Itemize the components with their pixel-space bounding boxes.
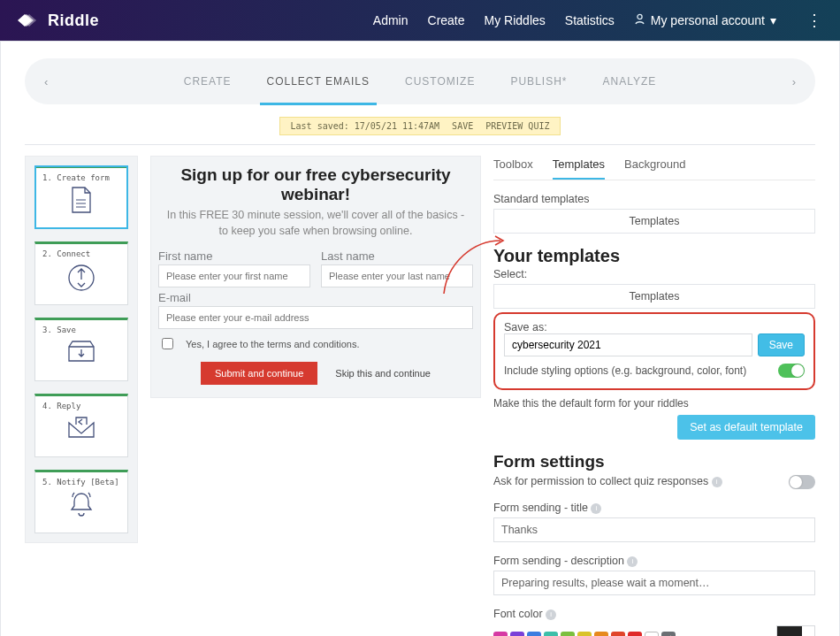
step-reply[interactable]: 4. Reply <box>34 394 128 457</box>
color-swatch[interactable] <box>594 632 608 636</box>
select-label: Select: <box>493 268 815 280</box>
skip-link[interactable]: Skip this and continue <box>335 368 431 379</box>
color-swatch[interactable] <box>577 632 592 636</box>
your-templates-title: Your templates <box>493 246 815 266</box>
include-styling-toggle[interactable] <box>778 364 805 378</box>
color-chip <box>777 626 802 636</box>
last-name-input[interactable] <box>321 264 473 287</box>
tab-publish[interactable]: PUBLISH* <box>508 70 569 93</box>
save-as-label: Save as: <box>504 321 805 333</box>
info-icon[interactable]: i <box>627 556 638 567</box>
bell-icon <box>67 490 95 518</box>
last-name-label: Last name <box>321 249 473 263</box>
saved-box: Last saved: 17/05/21 11:47AM SAVE PREVIE… <box>279 117 561 135</box>
step-list: 1. Create form 2. Connect 3. Save 4. Rep… <box>25 156 138 543</box>
chevron-down-icon: ▾ <box>770 13 776 27</box>
info-icon[interactable]: i <box>546 609 556 620</box>
nav-admin[interactable]: Admin <box>373 13 409 27</box>
color-swatch[interactable] <box>493 632 508 636</box>
svg-point-3 <box>638 14 642 19</box>
email-label: E-mail <box>158 291 473 304</box>
topnav: Admin Create My Riddles Statistics My pe… <box>373 11 822 30</box>
tab-collect-emails[interactable]: COLLECT EMAILS <box>265 70 371 93</box>
your-templates-select[interactable]: Templates <box>493 284 815 309</box>
builder-body: 1. Create form 2. Connect 3. Save 4. Rep… <box>25 156 815 636</box>
font-color-picker[interactable]: ▾ <box>776 625 815 636</box>
brand: Riddle <box>18 11 99 30</box>
user-icon <box>634 13 645 27</box>
submit-button[interactable]: Submit and continue <box>201 362 317 385</box>
rtab-toolbox[interactable]: Toolbox <box>493 156 533 180</box>
ask-permission-toggle[interactable] <box>789 475 815 489</box>
tab-analyze[interactable]: ANALYZE <box>600 70 658 93</box>
logo-icon <box>18 12 41 28</box>
set-default-template-button[interactable]: Set as default template <box>677 415 815 440</box>
step-notify[interactable]: 5. Notify [Beta] <box>34 470 128 533</box>
preview-title: Sign up for our free cybersecurity webin… <box>158 165 473 204</box>
divider <box>25 144 815 145</box>
color-swatch[interactable] <box>510 632 524 636</box>
nav-create[interactable]: Create <box>428 13 465 27</box>
mail-reply-icon <box>65 414 97 441</box>
topbar: Riddle Admin Create My Riddles Statistic… <box>0 0 840 41</box>
color-swatch-none[interactable] <box>645 632 659 636</box>
sidebar-tabs: Toolbox Templates Background <box>493 156 815 180</box>
color-swatch[interactable] <box>527 632 541 636</box>
sending-title-label: Form sending - title <box>493 502 588 514</box>
color-swatch[interactable] <box>611 632 625 636</box>
chevron-down-icon[interactable]: ▾ <box>802 626 814 636</box>
default-note: Make this the default form for your ridd… <box>493 397 815 410</box>
ask-permission-label: Ask for permission to collect quiz respo… <box>493 475 708 487</box>
builder-tabs: CREATE COLLECT EMAILS CUSTOMIZE PUBLISH*… <box>48 70 791 93</box>
page: ‹ CREATE COLLECT EMAILS CUSTOMIZE PUBLIS… <box>0 41 840 636</box>
nav-my-riddles[interactable]: My Riddles <box>485 13 546 27</box>
saved-row: Last saved: 17/05/21 11:47AM SAVE PREVIE… <box>25 117 815 135</box>
step-save[interactable]: 3. Save <box>34 318 128 381</box>
preview-quiz-link[interactable]: PREVIEW QUIZ <box>485 121 549 131</box>
save-link[interactable]: SAVE <box>452 121 473 131</box>
color-swatch[interactable] <box>628 632 642 636</box>
tabbar-next-icon[interactable]: › <box>792 75 796 88</box>
step-connect[interactable]: 2. Connect <box>34 241 128 305</box>
step-create-form[interactable]: 1. Create form <box>34 165 128 229</box>
sending-desc-input[interactable] <box>493 571 815 595</box>
first-name-input[interactable] <box>158 264 310 287</box>
step-label: 1. Create form <box>42 173 120 182</box>
step-label: 3. Save <box>42 326 120 334</box>
kebab-icon[interactable]: ⋮ <box>806 11 822 30</box>
color-swatch-dark[interactable] <box>661 632 676 636</box>
first-name-label: First name <box>158 249 310 263</box>
include-styling-label: Include styling options (e.g. background… <box>504 364 769 378</box>
step-label: 5. Notify [Beta] <box>42 478 120 487</box>
rtab-templates[interactable]: Templates <box>553 156 605 180</box>
account-menu[interactable]: My personal account ▾ <box>634 13 776 27</box>
tab-create[interactable]: CREATE <box>182 70 233 93</box>
sidebar: Toolbox Templates Background Standard te… <box>493 156 815 636</box>
standard-templates-select[interactable]: Templates <box>493 209 815 234</box>
save-as-box: Save as: Save Include styling options (e… <box>493 312 815 390</box>
standard-templates-label: Standard templates <box>493 193 815 205</box>
info-icon[interactable]: i <box>591 503 601 514</box>
email-input[interactable] <box>158 306 473 329</box>
tab-customize[interactable]: CUSTOMIZE <box>403 70 477 93</box>
account-label: My personal account <box>651 13 765 27</box>
rtab-background[interactable]: Background <box>624 156 685 180</box>
step-label: 4. Reply <box>42 402 120 410</box>
nav-statistics[interactable]: Statistics <box>565 13 615 27</box>
sending-title-input[interactable] <box>493 517 815 542</box>
form-preview: Sign up for our free cybersecurity webin… <box>150 156 481 398</box>
brand-name: Riddle <box>48 11 99 30</box>
builder-tabbar: ‹ CREATE COLLECT EMAILS CUSTOMIZE PUBLIS… <box>25 58 815 104</box>
info-icon[interactable]: i <box>712 477 722 487</box>
font-color-label: Font color <box>493 608 543 620</box>
preview-subtitle: In this FREE 30 minute session, we'll co… <box>162 208 470 239</box>
sync-icon <box>65 262 97 294</box>
step-label: 2. Connect <box>42 249 120 258</box>
box-download-icon <box>65 338 97 364</box>
save-as-input[interactable] <box>504 333 752 356</box>
save-template-button[interactable]: Save <box>758 333 805 356</box>
color-swatch[interactable] <box>561 632 575 636</box>
consent-checkbox[interactable] <box>162 338 173 349</box>
sending-desc-label: Form sending - description <box>493 555 624 567</box>
color-swatch[interactable] <box>544 632 558 636</box>
